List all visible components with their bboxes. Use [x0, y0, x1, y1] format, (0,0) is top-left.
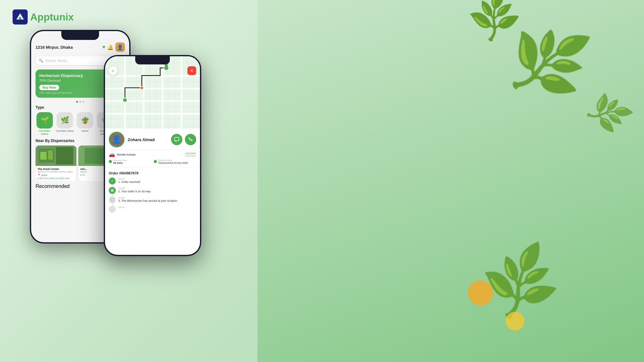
driver-info-panel: 👤 Zohara Almad [105, 129, 200, 168]
logo-text: Apptunix [30, 11, 74, 23]
timeline-dot-3 [109, 196, 116, 203]
driver-details: Zohara Almad [128, 137, 168, 142]
phone2-device: ← ✕ 👤 Zohara Almad [104, 55, 201, 256]
dot-1[interactable] [76, 101, 78, 103]
heart-icon[interactable]: ♥ [103, 44, 106, 50]
back-button[interactable]: ← [109, 66, 118, 75]
bell-icon[interactable]: 🔔 [107, 44, 114, 50]
phone1-header: 1216 Mirpur, Dhaka ♥ 🔔 👤 [36, 42, 125, 52]
type-img-hybrid: 🪴 [77, 112, 93, 129]
timeline-time-1: 18:15 [118, 178, 196, 180]
type-item-sativa[interactable]: 🌿 Cannabis sativa [56, 112, 74, 135]
store-distance-1: 📍 800m [37, 174, 75, 177]
buy-now-button[interactable]: Buy Now [39, 85, 59, 90]
order-id-block: CBC5687 20/01/2021 [185, 152, 196, 157]
phone1-notch [61, 31, 99, 40]
dot-2[interactable] [79, 101, 81, 103]
delivery-time-info: Delivery Time 18 mins [113, 159, 126, 164]
store-species-1: Species Of Cannabis: Indica, Sativa, [37, 171, 75, 173]
driver-avatar: 👤 [109, 132, 125, 147]
type-img-sativa: 🌿 [57, 112, 73, 129]
order-date: 20/01/2021 [185, 155, 196, 157]
store-info-1: The Kind Center Species Of Cannabis: Ind… [36, 166, 76, 181]
svg-point-13 [140, 86, 143, 90]
timeline-time-2: 18:18 [118, 187, 196, 190]
search-icon: 🔍 [39, 58, 43, 63]
delivery-place-item: Delivery Place Transestraat 94 bus 0201 [154, 159, 196, 165]
timeline-text-2: 2. Your order is on its way [118, 190, 196, 193]
delivery-time-item: Delivery Time 18 mins [109, 159, 151, 165]
store-image-1 [36, 145, 76, 166]
delivery-time-value: 18 mins [113, 162, 126, 164]
type-item-indica[interactable]: 🌱 Cannabis Indica [36, 112, 54, 135]
vehicle-row: 🚗 Honda Amaze CBC5687 20/01/2021 [109, 149, 196, 157]
svg-point-16 [112, 190, 113, 191]
delivery-time-label: Delivery Time [113, 159, 126, 162]
timeline-content-4: 18:18 [118, 206, 196, 209]
phone2-screen: ← ✕ 👤 Zohara Almad [105, 56, 200, 255]
dest-dot [154, 160, 157, 163]
timeline-dot-2 [109, 187, 116, 194]
logo-icon [13, 9, 28, 25]
order-timeline: ✓ 18:15 1. Order received 18:18 [109, 178, 196, 215]
svg-point-11 [123, 98, 127, 102]
header-icons: ♥ 🔔 👤 [103, 42, 125, 52]
delivery-place-info: Delivery Place Transestraat 94 bus 0201 [158, 159, 188, 165]
timeline-time-4: 18:18 [118, 206, 196, 209]
type-img-indica: 🌱 [36, 112, 53, 129]
svg-point-0 [19, 17, 21, 19]
delivery-map: ← ✕ [105, 56, 200, 129]
decorative-circle-2 [506, 312, 525, 331]
svg-rect-8 [48, 150, 53, 160]
svg-rect-14 [175, 137, 179, 141]
order-number: Order #654967879 [109, 171, 196, 175]
timeline-dot-1: ✓ [109, 178, 116, 184]
order-tracking-section: Order #654967879 ✓ 18:15 1. Order receiv… [105, 168, 200, 218]
svg-rect-7 [40, 152, 47, 160]
timeline-text-1: 1. Order received [118, 180, 196, 184]
timeline-item-3: 18:36 3. The deliveryman has arrived at … [109, 196, 196, 206]
timeline-item-2: 18:18 2. Your order is on its way [109, 187, 196, 196]
search-placeholder: Search Stores [45, 59, 67, 63]
timeline-item-1: ✓ 18:15 1. Order received [109, 178, 196, 187]
delivery-place-value: Transestraat 94 bus 0201 [158, 162, 188, 165]
recommended-title: Recommended [36, 184, 70, 189]
driver-name: Zohara Almad [128, 137, 168, 142]
driver-action-buttons [171, 134, 196, 145]
phone2-notch [135, 56, 170, 64]
order-id: CBC5687 [185, 152, 196, 155]
timeline-content-3: 18:36 3. The deliveryman has arrived at … [118, 196, 196, 202]
delivery-place-label: Delivery Place [158, 159, 188, 162]
type-label-sativa: Cannabis sativa [56, 129, 74, 133]
brand-logo: Apptunix [13, 9, 74, 25]
dot-3[interactable] [82, 101, 84, 103]
timeline-time-3: 18:36 [118, 196, 196, 199]
search-box[interactable]: 🔍 Search Stores [36, 56, 113, 65]
type-title: Type [36, 105, 44, 110]
svg-rect-17 [111, 199, 114, 201]
nearby-title: Near By Dispensaries [36, 139, 74, 143]
store-card-1[interactable]: The Kind Center Species Of Cannabis: Ind… [36, 145, 76, 181]
timeline-dot-4 [109, 206, 116, 213]
location-text: 1216 Mirpur, Dhaka [36, 45, 73, 50]
location-row: Delivery Time 18 mins Delivery Place Tra… [109, 159, 196, 165]
store-name-1: The Kind Center [37, 167, 75, 171]
call-button[interactable] [185, 134, 196, 145]
route-path [105, 56, 200, 129]
timeline-item-4: 18:18 [109, 206, 196, 215]
type-label-hybrid: Hybrid [81, 129, 88, 133]
user-avatar[interactable]: 👤 [115, 42, 125, 52]
store-offer-1: ● 30% Off | Valid Up to $50 order [37, 177, 75, 179]
background-right [258, 0, 644, 362]
vehicle-icon: 🚗 [109, 151, 115, 157]
origin-dot [109, 160, 112, 163]
type-item-hybrid[interactable]: 🪴 Hybrid [76, 112, 94, 135]
timeline-content-1: 18:15 1. Order received [118, 178, 196, 184]
type-label-indica: Cannabis Indica [36, 129, 54, 135]
location-pin-icon: 📍 [37, 174, 41, 177]
vehicle-info: 🚗 Honda Amaze [109, 151, 136, 157]
driver-row: 👤 Zohara Almad [109, 132, 196, 147]
close-button[interactable]: ✕ [187, 66, 196, 75]
chat-button[interactable] [171, 134, 182, 145]
timeline-content-2: 18:18 2. Your order is on its way [118, 187, 196, 193]
